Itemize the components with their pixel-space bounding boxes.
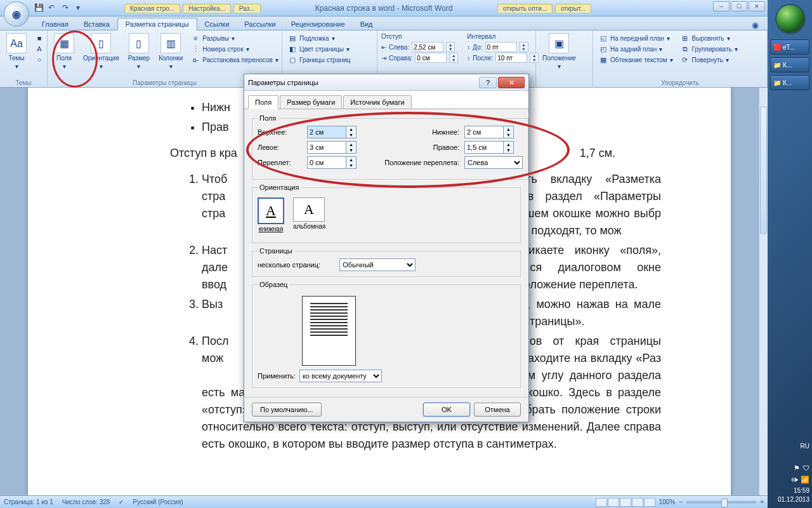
office-button[interactable]: ◉ [4,1,29,27]
spinner[interactable]: ▲▼ [504,141,514,154]
left-margin-input[interactable] [307,141,346,154]
group-button[interactable]: ⧉Группировать ▾ [679,44,740,54]
word-window: ◉ 💾 ↶ ↷ ▾ Красная стро... Настройка... Р… [0,0,768,508]
proofing-icon[interactable]: ✓ [119,498,124,505]
apply-to-select[interactable]: ко всему документу [299,370,382,382]
dialog-help-button[interactable]: ? [479,77,497,88]
gutter-pos-select[interactable]: Слева [464,156,523,169]
spinner[interactable]: ▲▼ [346,156,357,169]
spacing-after-input[interactable] [495,53,527,63]
scroll-thumb[interactable] [760,107,767,234]
taskbar-item[interactable]: 📁 К... [770,57,809,72]
dialog-titlebar[interactable]: Параметры страницы ? ✕ [244,74,528,91]
spinner[interactable]: ▲▼ [520,42,528,52]
align-button[interactable]: ⊞Выровнять ▾ [679,33,740,43]
multi-pages-select[interactable]: Обычный [339,258,416,271]
hyphenation-button[interactable]: a-Расстановка переносов ▾ [189,55,280,65]
dialog-tab-paper[interactable]: Размер бумаги [280,95,342,109]
right-margin-input[interactable] [464,141,504,154]
indent-left-input[interactable] [412,42,443,52]
indent-right-input[interactable] [415,53,447,63]
tab-review[interactable]: Рецензирование [284,18,353,30]
tab-page-layout[interactable]: Разметка страницы [117,18,197,30]
gutter-input[interactable] [307,156,346,169]
columns-button[interactable]: ▥Колонки▾ [155,32,187,71]
close-button[interactable]: ✕ [749,1,765,11]
landscape-option[interactable]: Aальбомная [293,197,325,232]
zoom-slider[interactable] [686,501,756,504]
watermark-button[interactable]: ▤Подложка ▾ [286,33,352,43]
rotate-button[interactable]: ⟳Повернуть ▾ [679,55,740,65]
bring-front-button[interactable]: ◱На передний план ▾ [597,33,675,43]
dialog-tab-source[interactable]: Источник бумаги [343,95,411,109]
page-borders-button[interactable]: ▢Границы страниц [286,55,352,65]
zoom-in[interactable]: + [760,498,764,505]
spinner[interactable]: ▲▼ [449,53,458,63]
browser-tab[interactable]: Красная стро... [124,4,180,13]
tab-references[interactable]: Ссылки [197,18,237,30]
tray-date[interactable]: 01.12.2013 [770,495,809,504]
word-count[interactable]: Число слов: 328 [62,498,110,505]
dialog-close-button[interactable]: ✕ [498,77,525,88]
language[interactable]: Русский (Россия) [133,498,183,505]
minimize-button[interactable]: ─ [713,1,730,11]
position-button[interactable]: ▣Положение▾ [539,32,580,71]
line-numbers-button[interactable]: ⋮Номера строк ▾ [189,44,280,54]
margins-button[interactable]: ▦Поля▾ [50,32,78,71]
tray-time[interactable]: 15:59 [770,486,809,495]
vertical-scrollbar[interactable] [759,88,768,495]
spinner[interactable]: ▲▼ [346,141,357,154]
spacing-before-input[interactable] [485,42,517,52]
tab-view[interactable]: Вид [353,18,381,30]
tab-home[interactable]: Главная [34,18,76,30]
portrait-option[interactable]: Aкнижная [258,197,284,232]
theme-effects-button[interactable]: ○ [33,55,46,65]
browser-tab[interactable]: открыть опти... [497,4,553,13]
taskbar-item[interactable]: 📁 К... [770,75,809,90]
tray-icon[interactable]: 🛡 [802,464,809,472]
system-tray[interactable]: RU ⚑🛡 🕪📶 15:59 01.12.2013 [770,442,809,504]
qat-dropdown-icon[interactable]: ▾ [76,3,86,13]
breaks-button[interactable]: ≡Разрывы ▾ [189,33,280,43]
tray-lang[interactable]: RU [770,442,809,451]
view-buttons[interactable] [596,498,655,507]
tab-mailings[interactable]: Рассылки [237,18,283,30]
text-wrap-button[interactable]: ▦Обтекание текстом ▾ [597,55,675,65]
start-button[interactable] [775,4,806,34]
undo-icon[interactable]: ↶ [48,3,58,13]
taskbar-item[interactable]: 🟥 еТ... [770,39,809,55]
app-title: Красная строка в word - Microsoft Word [315,4,453,13]
size-button[interactable]: ▯Размер▾ [124,32,154,71]
page-color-button[interactable]: ◧Цвет страницы ▾ [286,44,352,54]
tab-insert[interactable]: Вставка [76,18,117,30]
watermark-icon: ▤ [288,34,297,43]
top-margin-input[interactable] [307,126,346,138]
browser-tab[interactable]: открыт... [555,4,591,13]
cancel-button[interactable]: Отмена [474,403,521,417]
dialog-tab-margins[interactable]: Поля [248,95,278,109]
theme-colors-button[interactable]: ■ [33,33,46,43]
ok-button[interactable]: OK [423,403,470,417]
tray-icon[interactable]: 🕪 [791,475,798,484]
line-numbers-icon: ⋮ [191,44,200,53]
spinner[interactable]: ▲▼ [504,126,514,138]
send-back-button[interactable]: ◰На задний план ▾ [597,44,675,54]
theme-fonts-button[interactable]: A [33,44,46,54]
maximize-button[interactable]: ☐ [731,1,747,11]
zoom-value[interactable]: 100% [659,498,676,505]
orientation-button[interactable]: ▯Ориентация▾ [79,32,123,71]
themes-button[interactable]: AaТемы▾ [3,32,30,71]
spinner[interactable]: ▲▼ [446,42,455,52]
default-button[interactable]: По умолчанию... [252,403,322,417]
tray-icon[interactable]: ⚑ [794,464,800,472]
browser-tab[interactable]: Раз... [233,4,261,13]
help-icon[interactable]: ◉ [752,20,759,30]
tray-icon[interactable]: 📶 [801,475,809,484]
redo-icon[interactable]: ↷ [62,3,72,13]
page-count[interactable]: Страница: 1 из 1 [4,498,53,505]
save-icon[interactable]: 💾 [34,3,44,13]
spinner[interactable]: ▲▼ [346,126,357,138]
zoom-out[interactable]: − [679,498,683,505]
browser-tab[interactable]: Настройка... [183,4,231,13]
bottom-margin-input[interactable] [464,126,504,138]
